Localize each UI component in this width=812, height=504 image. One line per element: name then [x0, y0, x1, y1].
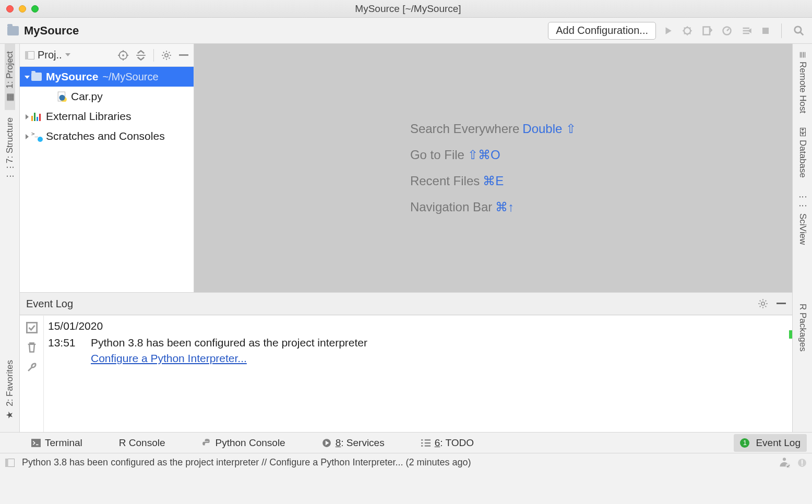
- sciview-icon: ⋮⋮: [797, 193, 808, 210]
- tree-root[interactable]: MySource ~/MySource: [20, 67, 194, 87]
- svg-point-14: [761, 302, 765, 305]
- status-message: Python 3.8 has been configured as the pr…: [22, 457, 471, 468]
- svg-rect-20: [5, 459, 8, 467]
- status-bar: Python 3.8 has been configured as the pr…: [0, 453, 812, 472]
- ide-status-icon[interactable]: [797, 458, 807, 467]
- titlebar: MySource [~/MySource]: [0, 0, 812, 18]
- svg-rect-1: [703, 27, 710, 34]
- libraries-icon: [31, 112, 42, 121]
- locate-icon[interactable]: [118, 50, 128, 61]
- sidebar-tab-favorites[interactable]: ★ 2: Favorites: [5, 353, 15, 428]
- help-icon[interactable]: [779, 458, 790, 468]
- scratches-icon: [31, 131, 42, 141]
- toolbar-separator: [781, 23, 782, 38]
- minimize-panel-icon[interactable]: [179, 54, 188, 56]
- sidebar-tab-project[interactable]: ▦ 1: Project: [5, 44, 15, 110]
- svg-rect-25: [802, 464, 803, 465]
- sidebar-tab-remote-host[interactable]: ≣Remote Host: [797, 44, 808, 121]
- svg-rect-24: [802, 460, 803, 464]
- search-icon[interactable]: [793, 25, 805, 37]
- sidebar-tab-sciview[interactable]: ⋮⋮SciView: [797, 185, 808, 252]
- editor-empty-state: Search EverywhereDouble ⇧ Go to File⇧⌘O …: [194, 44, 792, 292]
- run-icon[interactable]: [663, 26, 673, 35]
- todo-icon: [421, 439, 431, 447]
- bottom-tab-terminal[interactable]: Terminal: [25, 434, 89, 452]
- sidebar-tab-r-packages[interactable]: R Packages: [797, 296, 808, 359]
- tree-file-car[interactable]: Car.py: [20, 87, 194, 106]
- structure-tab-icon: ⋮⋮: [4, 163, 15, 181]
- svg-point-13: [59, 95, 65, 101]
- gear-icon[interactable]: [758, 298, 768, 309]
- window-title: MySource [~/MySource]: [39, 3, 778, 15]
- coverage-icon[interactable]: [702, 26, 712, 36]
- bottom-tool-tabs: Terminal R Console Python Console 8: Ser…: [0, 432, 812, 453]
- folder-icon: [31, 73, 42, 81]
- terminal-icon: [31, 439, 41, 447]
- event-log-date: 15/01/2020: [48, 320, 785, 332]
- bottom-tab-services[interactable]: 8: Services: [316, 434, 391, 452]
- svg-point-21: [783, 458, 786, 461]
- gear-icon[interactable]: [161, 50, 172, 61]
- tool-windows-icon[interactable]: [5, 459, 15, 467]
- bottom-tab-python-console[interactable]: Python Console: [196, 434, 292, 452]
- scrollbar-marker: [789, 330, 792, 339]
- attach-icon[interactable]: [742, 26, 752, 36]
- event-log-time: 13:51: [48, 337, 80, 349]
- bottom-tab-r-console[interactable]: R Console: [113, 434, 172, 452]
- python-icon: [202, 438, 211, 448]
- folder-icon: [7, 26, 19, 35]
- project-view-selector[interactable]: Proj..: [38, 49, 62, 61]
- event-log-message: Python 3.8 has been configured as the pr…: [91, 337, 367, 349]
- profile-icon[interactable]: [722, 26, 732, 36]
- debug-icon[interactable]: [682, 26, 692, 36]
- sidebar-tab-structure[interactable]: ⋮⋮ 7: Structure: [1, 110, 19, 185]
- project-tab-icon: ▦: [4, 93, 15, 101]
- mark-read-icon[interactable]: [26, 322, 38, 333]
- minimize-panel-icon[interactable]: [777, 303, 786, 305]
- star-icon: ★: [4, 411, 15, 419]
- event-log-badge: 1: [740, 438, 749, 448]
- tip-search-label: Search Everywhere: [410, 122, 519, 136]
- collapse-all-icon[interactable]: [136, 50, 146, 61]
- tip-search-shortcut: Double ⇧: [522, 122, 576, 136]
- python-file-icon: [57, 91, 67, 102]
- services-icon: [322, 438, 331, 448]
- add-configuration-button[interactable]: Add Configuration...: [548, 22, 656, 40]
- stop-icon[interactable]: [761, 27, 770, 35]
- tip-recent-label: Recent Files: [410, 174, 480, 188]
- svg-rect-6: [25, 51, 28, 59]
- configure-interpreter-link[interactable]: Configure a Python Interpreter...: [91, 352, 785, 365]
- remote-host-icon: ≣: [797, 51, 808, 58]
- svg-rect-16: [27, 322, 37, 332]
- window-close-icon[interactable]: [6, 5, 14, 13]
- trash-icon[interactable]: [27, 342, 37, 353]
- tip-nav-label: Navigation Bar: [410, 200, 492, 214]
- svg-rect-15: [777, 303, 786, 304]
- tree-scratches[interactable]: Scratches and Consoles: [20, 126, 194, 146]
- toolbar: MySource Add Configuration...: [0, 18, 812, 44]
- tip-goto-label: Go to File: [410, 148, 464, 162]
- svg-rect-10: [179, 54, 188, 56]
- svg-point-8: [122, 54, 124, 56]
- svg-point-9: [165, 53, 168, 56]
- breadcrumb-project[interactable]: MySource: [24, 24, 79, 38]
- database-icon: 🗄: [797, 128, 808, 137]
- bottom-tab-event-log[interactable]: 1 Event Log: [734, 434, 807, 452]
- svg-rect-17: [31, 439, 41, 447]
- tree-external-libraries[interactable]: External Libraries: [20, 106, 194, 126]
- wrench-icon[interactable]: [26, 362, 38, 373]
- sidebar-tab-database[interactable]: 🗄Database: [797, 121, 808, 185]
- project-tool-window: Proj.. MySource ~/MySource: [20, 44, 194, 292]
- tip-goto-shortcut: ⇧⌘O: [468, 148, 500, 162]
- tip-nav-shortcut: ⌘↑: [495, 200, 514, 214]
- chevron-down-icon[interactable]: [65, 53, 70, 57]
- event-log-header: Event Log: [20, 292, 792, 315]
- tip-recent-shortcut: ⌘E: [483, 174, 504, 188]
- project-view-icon: [25, 51, 34, 59]
- window-minimize-icon[interactable]: [19, 5, 26, 13]
- event-log-title: Event Log: [26, 298, 73, 310]
- svg-rect-3: [762, 28, 769, 34]
- bottom-tab-todo[interactable]: 6: TODO: [415, 434, 480, 452]
- window-zoom-icon[interactable]: [31, 5, 39, 13]
- svg-point-4: [795, 26, 801, 32]
